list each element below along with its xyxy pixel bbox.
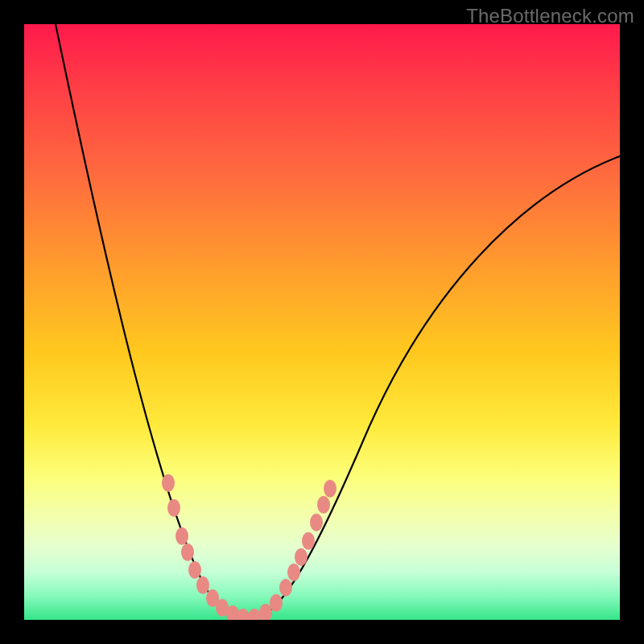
- highlight-dot: [317, 496, 330, 514]
- highlight-dot: [162, 474, 175, 492]
- highlight-dot: [302, 532, 315, 550]
- highlight-dot: [188, 561, 201, 579]
- highlight-dot: [248, 609, 261, 620]
- bottleneck-curve: [56, 24, 620, 618]
- highlight-dot: [270, 594, 283, 612]
- highlight-dots: [162, 474, 336, 620]
- highlight-dot: [287, 564, 300, 581]
- highlight-dot: [167, 499, 180, 517]
- highlight-dot: [181, 543, 194, 561]
- highlight-dot: [295, 548, 308, 566]
- highlight-dot: [324, 480, 336, 497]
- chart-frame: TheBottleneck.com: [0, 0, 644, 644]
- highlight-dot: [310, 514, 323, 531]
- curve-layer: [24, 24, 620, 620]
- highlight-dot: [196, 576, 209, 594]
- highlight-dot: [175, 527, 188, 545]
- highlight-dot: [279, 579, 292, 597]
- highlight-dot: [237, 609, 250, 620]
